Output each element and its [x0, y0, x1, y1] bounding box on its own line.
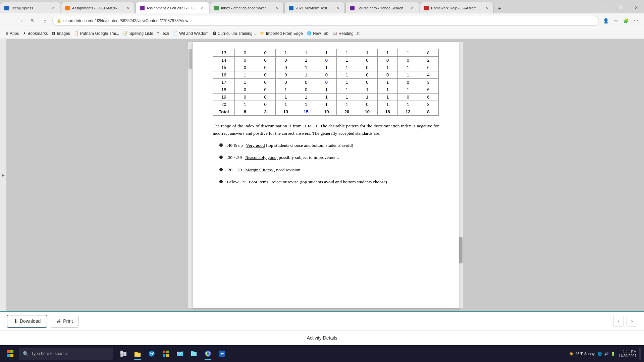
bookmark-icon: 📋: [74, 31, 79, 36]
table-cell: 1: [337, 79, 357, 86]
bookmark-label: Reading list: [338, 31, 360, 36]
browser-tab-tab4[interactable]: Inbox - amanda.shoemaker@sm... ✕: [210, 2, 284, 13]
reload-button[interactable]: ↻: [28, 16, 38, 25]
total-cell: 8: [235, 108, 255, 116]
new-tab-button[interactable]: +: [495, 4, 504, 13]
standards-list: .40 & up Very good (top students choose …: [213, 142, 439, 185]
bullet-icon: [219, 143, 223, 147]
close-button[interactable]: ✕: [629, 2, 644, 13]
bookmark-item[interactable]: 🅕Curriculum Training...: [211, 31, 257, 37]
table-cell: 1: [316, 101, 337, 108]
item-description: , reject or revise (top students avoid a…: [269, 179, 388, 184]
table-cell: 0: [357, 64, 377, 71]
battery-icon[interactable]: 🔋: [611, 352, 615, 356]
table-cell: 0: [275, 79, 296, 86]
time-text: 1:11 PM: [618, 350, 637, 354]
table-row: 130011111118: [213, 49, 439, 57]
bookmark-item[interactable]: 🌐New Tab: [306, 31, 330, 37]
taskbar-word[interactable]: W: [215, 347, 229, 360]
right-scroll-thumb[interactable]: [459, 237, 463, 263]
item-label: Marginal items: [245, 167, 273, 172]
bookmark-icon: 🖼: [52, 32, 55, 36]
tab-title: Homework Help - Q&A from C...: [431, 6, 482, 10]
bookmark-item[interactable]: 🖼Images: [50, 31, 71, 37]
bookmark-item[interactable]: 📁Imported From Edge: [259, 31, 304, 37]
taskview-button[interactable]: [117, 347, 130, 360]
browser-tab-tab1[interactable]: Tech|Express ✕: [0, 2, 60, 13]
list-item: Below .19 Poor items , reject or revise …: [219, 179, 439, 185]
table-cell: 0: [357, 57, 377, 64]
taskbar-store[interactable]: [159, 347, 172, 360]
bookmark-item[interactable]: TTech: [156, 31, 170, 37]
table-cell: 1: [337, 71, 357, 79]
left-scrollbar[interactable]: [188, 42, 193, 308]
table-row: 190011111106: [213, 94, 439, 101]
table-cell: 2: [418, 57, 439, 64]
extensions-icon[interactable]: 🧩: [622, 17, 630, 25]
left-scroll-thumb[interactable]: [189, 49, 192, 69]
forward-button[interactable]: →: [16, 16, 25, 25]
start-button[interactable]: [3, 346, 17, 361]
bookmark-label: New Tab: [313, 31, 328, 36]
browser-tab-tab5[interactable]: 2021 Mid-term Test ✕: [284, 2, 345, 13]
table-cell: 1: [296, 101, 316, 108]
table-cell: 8: [418, 101, 439, 108]
table-cell: 1: [296, 71, 316, 79]
volume-icon[interactable]: 🔊: [604, 352, 609, 356]
bookmark-item[interactable]: 📝Spelling Lists: [122, 31, 154, 37]
svg-rect-0: [7, 350, 10, 353]
settings-icon[interactable]: ⋯: [632, 17, 640, 25]
tab-close-button[interactable]: ✕: [51, 5, 56, 11]
show-desktop-button[interactable]: [639, 348, 641, 360]
tab-close-button[interactable]: ✕: [410, 5, 415, 11]
bookmark-item[interactable]: ⊞Apps: [4, 31, 20, 37]
svg-rect-2: [7, 354, 10, 357]
table-cell: 0: [398, 79, 418, 86]
bookmark-item[interactable]: 📋Putnam Google Trai...: [73, 31, 121, 37]
bookmarks-bar: ⊞Apps★Bookmarks🖼Images📋Putnam Google Tra…: [0, 28, 644, 39]
table-cell: 1: [398, 49, 418, 57]
table-cell: 1: [357, 49, 377, 57]
table-cell: 0: [275, 57, 296, 64]
taskbar-explorer[interactable]: [131, 347, 144, 360]
taskbar-edge[interactable]: [145, 347, 158, 360]
taskbar-chrome[interactable]: [201, 347, 215, 360]
tab-close-button[interactable]: ✕: [335, 5, 340, 11]
tab-close-button[interactable]: ✕: [274, 5, 279, 11]
tab-close-button[interactable]: ✕: [125, 5, 130, 11]
bookmark-item[interactable]: ★Bookmarks: [21, 31, 49, 37]
network-icon[interactable]: 🌐: [597, 352, 602, 356]
url-bar[interactable]: 🔒 elearn.tntech.edu/d2l/le/content/88252…: [52, 16, 599, 26]
download-button[interactable]: ⬇ Download: [7, 315, 47, 328]
home-button[interactable]: ⌂: [40, 16, 50, 25]
tab-favicon: [140, 6, 145, 10]
table-cell: 1: [275, 86, 296, 94]
sidebar-toggle[interactable]: ▶: [0, 39, 7, 311]
discrimination-paragraph: The range of the index of discrimination…: [213, 122, 439, 137]
row-num: 17: [213, 79, 235, 86]
bullet-icon: [219, 168, 223, 171]
taskbar-search[interactable]: 🔍 Type here to search: [19, 348, 113, 360]
right-scrollbar[interactable]: [459, 42, 463, 308]
next-page-button[interactable]: ›: [627, 316, 637, 326]
row-num: 18: [213, 86, 235, 94]
taskbar-files[interactable]: [187, 347, 201, 360]
bookmark-item[interactable]: 📄Wit and Wisdom: [172, 31, 210, 37]
browser-tab-tab2[interactable]: Assignments - FOED-6820-503 ✕: [61, 2, 135, 13]
tab-close-button[interactable]: ✕: [200, 5, 205, 11]
prev-page-button[interactable]: ‹: [613, 316, 624, 326]
tab-close-button[interactable]: ✕: [484, 5, 489, 11]
browser-tab-tab6[interactable]: Course hero - Yahoo Search Re... ✕: [345, 2, 419, 13]
browser-tab-tab7[interactable]: Homework Help - Q&A from C... ✕: [420, 2, 494, 13]
back-button[interactable]: ←: [4, 16, 13, 25]
bookmark-item[interactable]: 📖Reading list: [331, 31, 361, 37]
browser-tab-tab3[interactable]: Assignment 2 Fall 2021 - FOED-... ✕: [136, 2, 209, 13]
maximize-button[interactable]: ⬜: [613, 2, 629, 13]
profile-icon[interactable]: 👤: [602, 17, 610, 25]
print-button[interactable]: 🖨 Print: [51, 315, 78, 328]
table-cell: 6: [418, 64, 439, 71]
bookmark-icon: ⊞: [5, 31, 8, 36]
minimize-button[interactable]: —: [598, 2, 613, 13]
taskbar-mail[interactable]: [173, 347, 186, 360]
star-icon[interactable]: ☆: [612, 17, 620, 25]
